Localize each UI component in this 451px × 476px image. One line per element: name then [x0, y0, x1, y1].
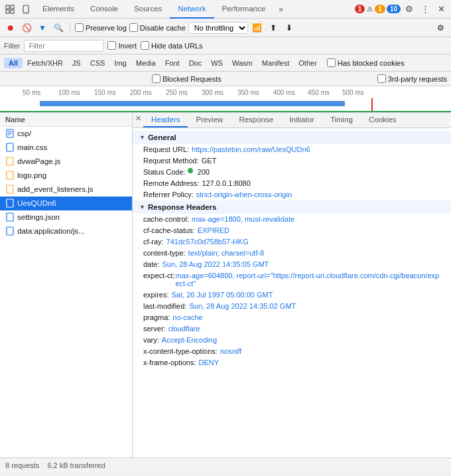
top-tab-bar: Elements Console Sources Network Perform… [0, 0, 451, 19]
file-item-dvwapage[interactable]: dvwaPage.js [0, 155, 132, 169]
rh-content-type: content-type: text/plain; charset=utf-8 [133, 248, 451, 259]
type-all[interactable]: All [4, 58, 23, 68]
detail-tab-timing[interactable]: Timing [322, 113, 361, 127]
blocked-requests-checkbox[interactable] [152, 74, 161, 83]
online-icon[interactable]: 📶 [251, 21, 264, 35]
close-devtools-icon[interactable]: ✕ [434, 2, 448, 17]
timeline-label-500: 500 ms [342, 89, 364, 96]
hide-data-urls-label[interactable]: Hide data URLs [141, 41, 203, 50]
preserve-log-label[interactable]: Preserve log [75, 23, 127, 32]
rh-cf-ray-key: cf-ray: [143, 238, 164, 246]
file-item-uesqudn6[interactable]: UesQUDn6 [0, 197, 132, 210]
file-name-maincss: main.css [17, 143, 47, 151]
type-css[interactable]: CSS [86, 58, 110, 68]
status-code-key: Status Code: [143, 168, 186, 176]
network-toolbar: ⏺ 🚫 ▼ 🔍 Preserve log Disable cache No th… [0, 19, 451, 37]
disable-cache-checkbox[interactable] [129, 23, 138, 32]
rh-cache-control-value: max-age=1800, must-revalidate [192, 215, 294, 223]
request-url-value: https://pastebin.com/raw/UesQUDn6 [192, 145, 310, 153]
general-section-header[interactable]: ▼ General [133, 131, 451, 144]
invert-checkbox[interactable] [107, 41, 116, 50]
detail-tab-response[interactable]: Response [231, 113, 281, 127]
response-headers-section-header[interactable]: ▼ Response Headers [133, 200, 451, 214]
detail-tab-preview[interactable]: Preview [188, 113, 231, 127]
general-arrow-icon: ▼ [139, 134, 145, 141]
settings-icon[interactable]: ⚙ [402, 2, 417, 17]
rh-expires: expires: Sat, 26 Jul 1997 05:00:00 GMT [133, 289, 451, 301]
request-method-key: Request Method: [143, 157, 199, 165]
svg-rect-10 [7, 143, 13, 151]
file-icon-addevent [5, 185, 15, 194]
throttle-select[interactable]: No throttling [188, 22, 248, 34]
file-list-header: Name [0, 113, 132, 127]
file-item-maincss[interactable]: main.css [0, 141, 132, 155]
tab-elements[interactable]: Elements [34, 0, 82, 19]
detail-tabs: ✕ Headers Preview Response Initiator Tim… [133, 113, 451, 128]
invert-label[interactable]: Invert [107, 41, 137, 50]
type-filter-bar: All Fetch/XHR JS CSS Img Media Font Doc … [0, 54, 451, 72]
detail-tab-cookies[interactable]: Cookies [361, 113, 405, 127]
svg-point-5 [25, 11, 27, 13]
type-font[interactable]: Font [161, 58, 184, 68]
type-other[interactable]: Other [294, 58, 322, 68]
tab-network[interactable]: Network [170, 0, 214, 19]
type-media[interactable]: Media [131, 58, 161, 68]
type-doc[interactable]: Doc [184, 58, 207, 68]
tab-performance[interactable]: Performance [214, 0, 274, 19]
detail-tab-headers[interactable]: Headers [143, 113, 188, 127]
rh-cache-control-key: cache-control: [143, 215, 189, 223]
filter-button[interactable]: ▼ [36, 21, 49, 35]
type-manifest[interactable]: Manifest [257, 58, 294, 68]
file-item-logo[interactable]: logo.png [0, 169, 132, 183]
rh-x-frame-options: x-frame-options: DENY [133, 357, 451, 368]
file-item-addevent[interactable]: add_event_listeners.js [0, 183, 132, 197]
file-icon-dataapp [5, 226, 15, 236]
file-item-settings[interactable]: settings.json [0, 210, 132, 224]
has-blocked-checkbox[interactable] [327, 58, 336, 67]
upload-icon[interactable]: ⬆ [267, 21, 280, 35]
general-request-url-row: Request URL: https://pastebin.com/raw/Ue… [133, 144, 451, 155]
filter-bar: Filter Invert Hide data URLs [0, 37, 451, 54]
rh-server: server: cloudflare [133, 323, 451, 335]
search-button[interactable]: 🔍 [52, 21, 65, 35]
more-options-icon[interactable]: ⋮ [418, 2, 432, 17]
type-fetch-xhr[interactable]: Fetch/XHR [23, 58, 68, 68]
svg-rect-14 [7, 199, 13, 207]
tab-sources[interactable]: Sources [126, 0, 170, 19]
third-party-label[interactable]: 3rd-party requests [377, 74, 447, 83]
file-item-dataapp[interactable]: data:application/js... [0, 224, 132, 238]
has-blocked-label[interactable]: Has blocked cookies [327, 58, 405, 67]
tab-console[interactable]: Console [82, 0, 126, 19]
network-settings-icon[interactable]: ⚙ [434, 21, 447, 35]
third-party-checkbox[interactable] [377, 74, 386, 83]
type-js[interactable]: JS [68, 58, 86, 68]
file-icon-logo [5, 171, 15, 180]
request-method-value: GET [202, 157, 217, 165]
clear-button[interactable]: 🚫 [20, 21, 33, 35]
rh-vary: vary: Accept-Encoding [133, 335, 451, 346]
blocked-requests-label[interactable]: Blocked Requests [152, 74, 222, 83]
download-icon[interactable]: ⬇ [283, 21, 296, 35]
record-button[interactable]: ⏺ [4, 21, 17, 35]
type-img[interactable]: Img [109, 58, 131, 68]
hide-data-urls-checkbox[interactable] [141, 41, 149, 50]
transferred-size: 6.2 kB transferred [47, 461, 105, 469]
filter-input[interactable] [24, 40, 103, 52]
file-item-csp[interactable]: csp/ [0, 127, 132, 141]
detail-tab-initiator[interactable]: Initiator [281, 113, 322, 127]
mobile-icon[interactable] [19, 2, 33, 17]
general-referrer-policy-row: Referrer Policy: strict-origin-when-cros… [133, 189, 451, 200]
more-tabs-button[interactable]: » [273, 5, 289, 14]
response-headers-arrow-icon: ▼ [139, 204, 145, 210]
status-bar: 8 requests 6.2 kB transferred [0, 457, 451, 472]
rh-x-frame-options-value: DENY [198, 358, 219, 366]
inspect-icon[interactable] [3, 2, 17, 17]
close-panel-button[interactable]: ✕ [133, 113, 143, 123]
general-status-code-row: Status Code: 200 [133, 167, 451, 178]
disable-cache-label[interactable]: Disable cache [129, 23, 186, 32]
type-ws[interactable]: WS [206, 58, 227, 68]
type-wasm[interactable]: Wasm [227, 58, 257, 68]
preserve-log-checkbox[interactable] [75, 23, 84, 32]
timeline-label-250: 250 ms [166, 89, 188, 96]
rh-x-content-type-key: x-content-type-options: [143, 347, 218, 355]
